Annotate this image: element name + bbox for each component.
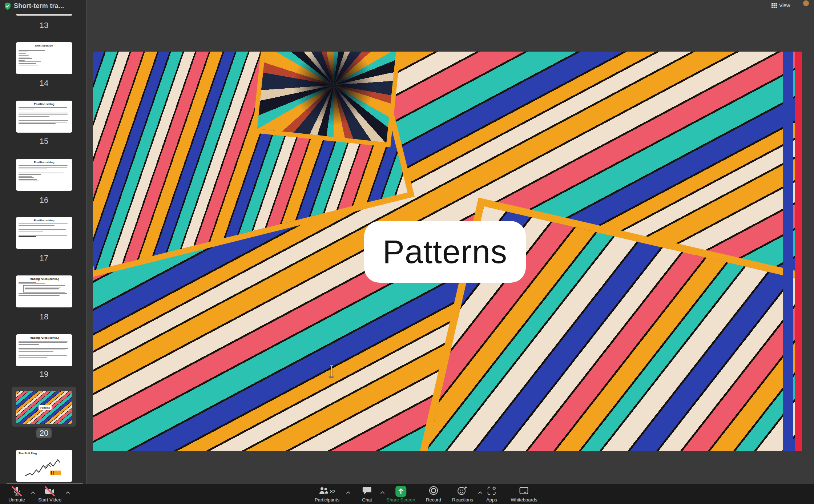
slide-filmstrip: 13 Next session 14 Position sizing 15 Po… (0, 0, 86, 484)
participants-options-chevron[interactable] (346, 489, 351, 496)
thumbnail-title: The Bull Flag (19, 452, 70, 455)
text-cursor-ibeam (329, 365, 334, 378)
slide-number: 15 (0, 137, 88, 146)
unmute-button[interactable]: Unmute (8, 486, 25, 503)
slide-number: 16 (0, 195, 88, 205)
pattern-edge-red-stripe (795, 52, 802, 451)
share-screen-icon (395, 486, 406, 497)
participants-icon (319, 486, 328, 496)
chat-options-chevron[interactable] (380, 489, 385, 496)
reactions-button[interactable]: Reactions (452, 486, 473, 503)
chat-button[interactable]: Chat (362, 486, 372, 503)
thumbnail-title: Position sizing (19, 161, 70, 164)
thumbnail-slide-14[interactable]: Next session (16, 42, 72, 74)
slide-number: 14 (0, 78, 88, 88)
thumbnail-slide-18[interactable]: Trading rules (contd.) (16, 275, 72, 307)
record-icon (429, 486, 438, 497)
apps-button[interactable]: Apps (486, 486, 497, 503)
slide-number: 19 (0, 370, 88, 379)
slide-number: 18 (0, 312, 88, 322)
zoom-toolbar: Unmute Start Video (0, 484, 814, 504)
thumbnail-slide-title-pill: Patterns (39, 405, 52, 410)
participants-button[interactable]: 82 Participants (315, 486, 339, 503)
microphone-muted-icon (12, 486, 22, 496)
start-video-button[interactable]: Start Video (38, 486, 61, 503)
share-screen-button[interactable]: Share Screen (386, 486, 415, 503)
whiteboard-icon (519, 486, 529, 496)
meeting-title-bar: Short-term tra... (4, 2, 64, 10)
view-button[interactable]: View (771, 3, 790, 8)
sidebar-divider (86, 0, 86, 484)
thumbnail-slide-19[interactable]: Trading rules (contd.) (16, 334, 72, 366)
apps-icon (487, 486, 496, 497)
participants-count: 82 (330, 489, 335, 494)
thumbnail-title: Position sizing (19, 102, 70, 106)
thumbnail-table (23, 285, 65, 293)
encryption-shield-icon (4, 3, 11, 10)
pattern-edge-blue-stripe (783, 52, 793, 451)
thumbnail-title: Trading rules (contd.) (19, 277, 70, 281)
pattern-vortex (252, 52, 401, 147)
camera-off-icon (45, 486, 55, 496)
slide-title: Patterns (383, 233, 507, 271)
thumbnail-title: Next session (19, 44, 70, 48)
unmute-options-chevron[interactable] (31, 489, 35, 496)
thumbnail-slide-15[interactable]: Position sizing (16, 101, 72, 133)
reactions-smiley-icon (458, 486, 468, 497)
thumbnail-slide-17[interactable]: Position sizing (16, 217, 72, 249)
chat-bubble-icon (363, 486, 372, 496)
thumbnail-title: Trading rules (contd.) (19, 336, 70, 340)
thumbnail-slide-13-partial[interactable] (16, 14, 72, 16)
thumbnail-slide-16[interactable]: Position sizing (16, 159, 72, 191)
notification-dot (803, 0, 809, 6)
reactions-options-chevron[interactable] (478, 489, 483, 496)
grid-view-icon (771, 3, 777, 8)
slide-number-badge: 20 (36, 428, 52, 438)
whiteboards-button[interactable]: Whiteboards (511, 486, 537, 503)
slide-number-selected: 20 (0, 428, 88, 438)
thumbnail-slide-20-selected[interactable]: Patterns (16, 391, 72, 424)
thumbnail-slide-21[interactable]: The Bull Flag (16, 450, 72, 482)
slide-number: 17 (0, 253, 88, 263)
video-options-chevron[interactable] (65, 489, 70, 496)
record-button[interactable]: Record (426, 486, 441, 503)
thumbnail-title: Position sizing (19, 219, 70, 222)
shared-slide-canvas: Patterns (93, 52, 802, 451)
meeting-title: Short-term tra... (14, 2, 64, 10)
slide-number: 13 (0, 21, 88, 30)
candlestick-sketch (23, 455, 66, 478)
slide-title-pill: Patterns (364, 221, 526, 283)
view-label: View (779, 3, 790, 8)
